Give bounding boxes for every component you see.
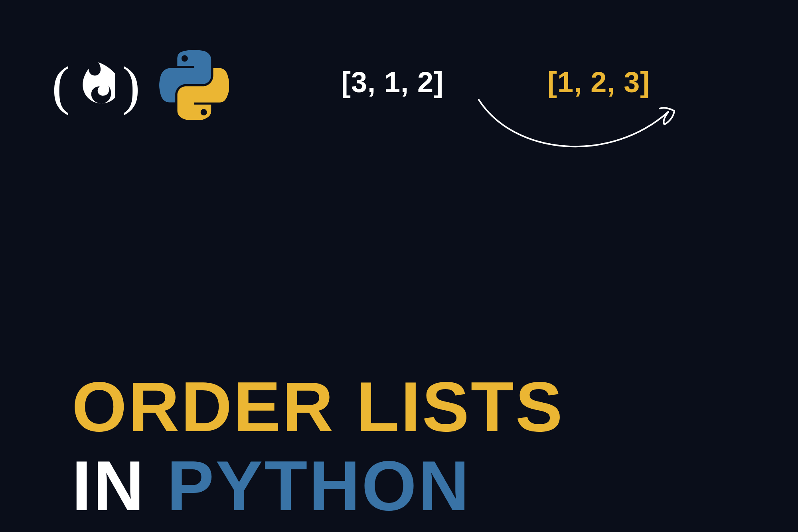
title-line-1: ORDER LISTS — [72, 367, 564, 446]
logo-row: ( ) — [52, 50, 229, 121]
arrow-icon — [467, 92, 698, 172]
freecodecamp-logo: ( ) — [52, 55, 140, 117]
main-title: ORDER LISTS IN PYTHON — [72, 367, 564, 525]
flame-icon — [70, 60, 122, 111]
left-paren: ( — [52, 55, 70, 117]
unsorted-list-text: [3, 1, 2] — [341, 66, 444, 99]
right-paren: ) — [122, 55, 140, 117]
title-word-in: IN — [72, 446, 146, 525]
python-logo-icon — [159, 50, 229, 121]
title-word-python: PYTHON — [167, 446, 471, 525]
title-line-2: IN PYTHON — [72, 446, 564, 525]
